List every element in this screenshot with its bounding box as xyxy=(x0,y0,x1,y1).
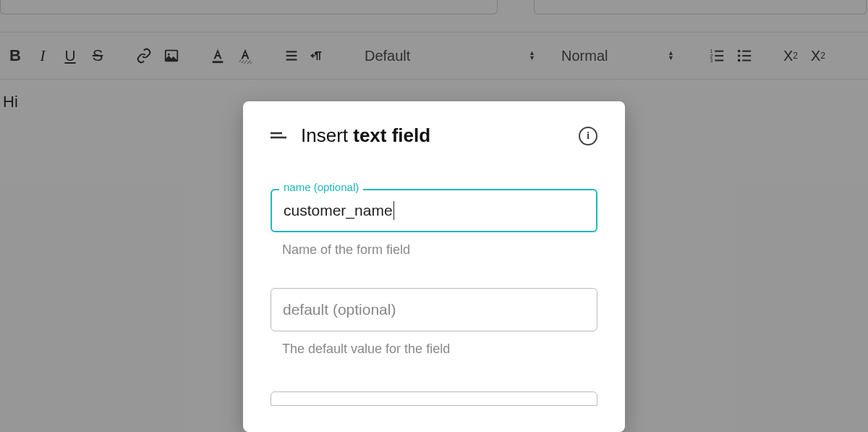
dialog-title: Insert text field xyxy=(301,124,564,147)
default-field-help: The default value for the field xyxy=(282,342,597,357)
third-input-partial[interactable] xyxy=(271,391,597,406)
name-field-label: name (optional) xyxy=(279,181,363,193)
name-field-group: name (optional) customer_name Name of th… xyxy=(271,189,597,258)
name-input[interactable]: customer_name xyxy=(271,189,597,232)
drag-handle-icon[interactable] xyxy=(271,127,286,144)
info-icon[interactable]: i xyxy=(579,127,597,145)
name-field-help: Name of the form field xyxy=(282,242,597,258)
name-field-wrap: name (optional) customer_name xyxy=(271,189,597,232)
name-input-value: customer_name xyxy=(284,202,393,219)
dialog-header: Insert text field i xyxy=(271,124,597,147)
default-field-group: default (optional) The default value for… xyxy=(271,288,597,357)
default-input-placeholder: default (optional) xyxy=(283,301,396,318)
default-field-wrap: default (optional) xyxy=(271,288,597,331)
insert-text-field-dialog: Insert text field i name (optional) cust… xyxy=(243,101,625,432)
text-caret xyxy=(393,201,394,220)
default-input[interactable]: default (optional) xyxy=(271,288,597,331)
